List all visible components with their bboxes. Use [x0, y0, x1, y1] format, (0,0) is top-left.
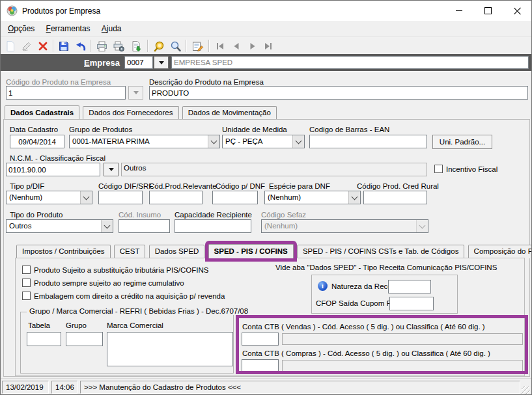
- tab-dados-fornecedores[interactable]: Dados dos Fornecedores: [83, 106, 178, 120]
- menu-ferramentas[interactable]: Ferramentas: [42, 21, 95, 36]
- product-code-input[interactable]: [6, 86, 126, 100]
- especie-dnf-combo[interactable]: (Nenhum): [264, 191, 361, 204]
- app-window: Produtos por Empresa Opções Ferramentas …: [0, 0, 532, 395]
- tab-sped-pis-cofins[interactable]: SPED - PIS / COFINS: [208, 244, 294, 258]
- product-desc-input[interactable]: [149, 86, 528, 100]
- ncm-desc-field: Outros: [121, 163, 427, 176]
- conta-vendas-codigo-input[interactable]: [242, 333, 279, 346]
- toolbar-separator: [147, 40, 148, 52]
- ncm-label: N.C.M. - Classificação Fiscal: [10, 154, 105, 163]
- printer-icon: [96, 40, 108, 53]
- toolbar-separator: [186, 40, 187, 52]
- marca-comercial-textarea[interactable]: [107, 332, 233, 366]
- tab-impostos-contribuicoes[interactable]: Impostos / Contribuições: [16, 245, 111, 258]
- cod-insumo-input[interactable]: [119, 219, 170, 233]
- undo-button[interactable]: [73, 39, 87, 53]
- resize-grip-icon[interactable]: [522, 386, 530, 394]
- toolbar-separator: [90, 40, 91, 52]
- tipo-dif-combo[interactable]: (Nenhum): [6, 191, 92, 204]
- nav-prev-icon: [231, 40, 242, 52]
- combo-arrow-icon: [416, 220, 428, 232]
- new-button[interactable]: [3, 39, 18, 53]
- search-button[interactable]: [168, 39, 182, 53]
- capacidade-label: Capacidade Recipiente: [175, 211, 252, 219]
- tabela-input[interactable]: [27, 332, 61, 346]
- tab-composicao-produto[interactable]: Composição do Produto: [468, 245, 532, 258]
- receita-info-box: [311, 275, 458, 314]
- cod-relevante-label: Cód.Prod.Relevante: [149, 182, 217, 191]
- maximize-button[interactable]: [473, 1, 503, 21]
- ean-label: Codigo de Barras - EAN: [309, 126, 389, 134]
- product-code-dropdown-button[interactable]: [128, 86, 143, 100]
- conta-vendas-classifica-field: [282, 333, 523, 345]
- properties-button[interactable]: [190, 39, 204, 53]
- toolbar-separator: [208, 40, 210, 52]
- tab-dados-sped[interactable]: Dados SPED: [149, 245, 205, 258]
- ncm-dropdown-button[interactable]: [104, 163, 119, 176]
- delete-x-icon: [37, 40, 49, 52]
- subst-tributaria-label: Produto Sujeito a substituição tributári…: [34, 266, 208, 275]
- edit-pencil-icon: [21, 40, 33, 52]
- edit-button[interactable]: [20, 39, 34, 53]
- ncm-code-input[interactable]: [6, 163, 100, 176]
- toolbar: [1, 36, 531, 55]
- nav-last-button[interactable]: [261, 39, 275, 53]
- empresa-dropdown-button[interactable]: [154, 56, 169, 69]
- data-cadastro-input[interactable]: [10, 135, 64, 148]
- grupo-input[interactable]: [66, 332, 103, 346]
- tab-cest[interactable]: CEST: [114, 245, 146, 258]
- marca-comercial-label: Marca Comercial: [107, 321, 163, 330]
- cod-relevante-input[interactable]: [149, 191, 203, 204]
- window-title: Produtos por Empresa: [22, 7, 100, 16]
- conta-compras-label: Conta CTB ( Compras ) - Cód. Acesso ( 5 …: [242, 349, 490, 358]
- close-button[interactable]: [503, 1, 532, 21]
- conta-compras-codigo-input[interactable]: [242, 359, 279, 372]
- natureza-receita-input[interactable]: [388, 280, 431, 293]
- combo-arrow-icon: [80, 191, 92, 204]
- delete-button[interactable]: [36, 39, 50, 53]
- regime-cumulativo-checkbox[interactable]: [22, 279, 31, 287]
- tab-sped-pis-cofins-csts[interactable]: SPED - PIS / COFINS CSTs e Tab. de Códig…: [297, 245, 464, 258]
- subst-tributaria-checkbox[interactable]: [22, 266, 31, 274]
- sefaz-label: Código Sefaz: [261, 211, 306, 219]
- embalagem-credito-checkbox[interactable]: [22, 292, 31, 300]
- incentivo-fiscal-label: Incentivo Fiscal: [446, 165, 497, 174]
- combo-arrow-icon: [292, 135, 304, 148]
- cfop-input[interactable]: [389, 297, 434, 310]
- tipo-produto-combo[interactable]: Outros: [6, 219, 113, 233]
- save-floppy-icon: [58, 40, 70, 52]
- cod-insumo-label: Cód. Insumo: [119, 211, 161, 219]
- menu-opcoes[interactable]: Opções: [3, 21, 39, 36]
- vide-aba-text: Vide aba "Dados SPED" - Tipo Receita Com…: [275, 264, 497, 272]
- save-button[interactable]: [57, 39, 71, 53]
- menu-bar: Opções Ferramentas Ajuda: [1, 21, 532, 36]
- incentivo-fiscal-checkbox[interactable]: [434, 165, 443, 173]
- capacidade-input[interactable]: [175, 219, 251, 233]
- tab-dados-movimentacao[interactable]: Dados de Movimentação: [182, 106, 277, 120]
- nav-next-button[interactable]: [245, 39, 260, 53]
- nav-first-button[interactable]: [213, 39, 227, 53]
- cod-dnf-input[interactable]: [212, 191, 258, 204]
- status-date: 13/02/2019: [2, 381, 49, 394]
- print-button[interactable]: [94, 39, 109, 53]
- info-icon: i: [318, 281, 328, 291]
- menu-ajuda[interactable]: Ajuda: [97, 21, 126, 36]
- tab-dados-cadastrais[interactable]: Dados Cadastrais: [5, 105, 79, 120]
- unidade-medida-value: PÇ - PEÇA: [223, 135, 292, 148]
- report-button[interactable]: [129, 39, 143, 53]
- nav-next-icon: [247, 40, 259, 52]
- find-button[interactable]: [152, 39, 166, 53]
- cred-rural-input[interactable]: [363, 191, 427, 204]
- ean-input[interactable]: [309, 135, 427, 148]
- status-message: >>> Manutenção do Cadastro de Produtos <…: [80, 381, 520, 394]
- cod-dif-input[interactable]: [98, 191, 143, 204]
- empresa-name-input[interactable]: [171, 56, 529, 69]
- especie-dnf-label: Espécie para DNF: [269, 182, 330, 191]
- empresa-code-input[interactable]: [124, 56, 153, 69]
- grupo-produtos-combo[interactable]: 0001-MATERIA PRIMA: [69, 135, 220, 148]
- uni-padrao-button[interactable]: Uni. Padrão...: [432, 135, 492, 149]
- unidade-medida-combo[interactable]: PÇ - PEÇA: [222, 135, 305, 148]
- print-setup-button[interactable]: [111, 39, 126, 53]
- nav-prev-button[interactable]: [229, 39, 244, 53]
- minimize-button[interactable]: [444, 1, 473, 21]
